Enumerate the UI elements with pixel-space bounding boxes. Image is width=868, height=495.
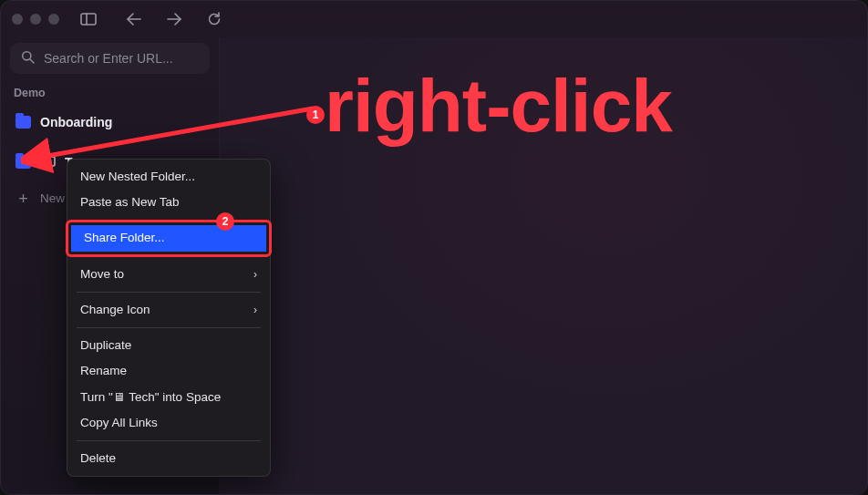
menu-separator: [77, 327, 261, 328]
annotation-badge-2: 2: [216, 212, 234, 231]
titlebar: [1, 1, 867, 37]
menu-item-paste-as-new-tab[interactable]: Paste as New Tab: [67, 190, 270, 215]
close-window-button[interactable]: [12, 14, 23, 25]
nav-back-icon[interactable]: [121, 6, 147, 32]
svg-rect-6: [41, 157, 55, 166]
space-label[interactable]: Demo: [10, 81, 210, 101]
menu-item-share-folder[interactable]: Share Folder...: [71, 225, 266, 251]
monitor-icon: [40, 156, 56, 169]
folder-icon: [16, 116, 31, 129]
svg-line-5: [30, 59, 34, 63]
reload-icon[interactable]: [202, 6, 227, 32]
nav-button-group: [121, 6, 227, 32]
annotation-label: right-click: [325, 68, 672, 143]
menu-item-rename[interactable]: Rename: [67, 358, 270, 384]
maximize-window-button[interactable]: [48, 14, 59, 25]
sidebar-item-onboarding[interactable]: Onboarding: [10, 108, 210, 136]
search-icon: [21, 50, 35, 67]
annotation-badge-1: 1: [306, 106, 325, 124]
menu-item-copy-all-links[interactable]: Copy All Links: [67, 410, 270, 436]
search-field[interactable]: [10, 43, 210, 74]
window-controls: [12, 14, 59, 25]
menu-separator: [77, 256, 261, 257]
annotation-highlight-box: Share Folder...: [71, 223, 266, 253]
svg-rect-0: [81, 14, 96, 25]
menu-item-new-nested-folder[interactable]: New Nested Folder...: [67, 164, 270, 190]
plus-icon: +: [16, 192, 31, 205]
menu-separator: [77, 440, 261, 441]
context-menu: New Nested Folder... Paste as New Tab Sh…: [67, 159, 271, 477]
nav-forward-icon[interactable]: [161, 6, 187, 32]
search-input[interactable]: [44, 51, 203, 66]
sidebar-item-label: Onboarding: [40, 115, 112, 129]
menu-item-change-icon[interactable]: Change Icon›: [67, 297, 270, 323]
chevron-right-icon: ›: [253, 267, 257, 282]
chevron-right-icon: ›: [253, 303, 257, 317]
menu-item-delete[interactable]: Delete: [67, 446, 270, 471]
browser-window: Demo Onboarding T + New Folder New Neste…: [0, 0, 868, 495]
menu-item-turn-into-space[interactable]: Turn "🖥 Tech" into Space: [67, 385, 270, 410]
sidebar-toggle-icon[interactable]: [76, 6, 101, 32]
menu-item-duplicate[interactable]: Duplicate: [67, 333, 270, 358]
minimize-window-button[interactable]: [30, 14, 41, 25]
folder-icon: [16, 156, 31, 169]
menu-separator: [77, 292, 261, 293]
menu-item-move-to[interactable]: Move to›: [67, 262, 270, 287]
